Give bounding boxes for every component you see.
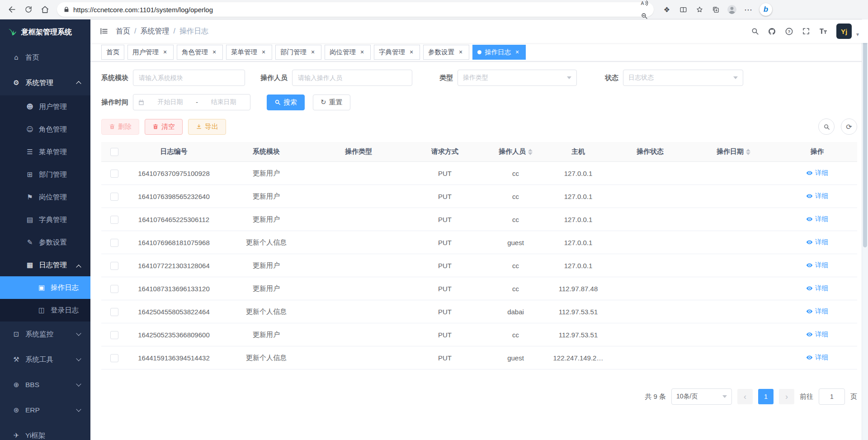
detail-link[interactable]: 详细 <box>806 353 828 362</box>
detail-link[interactable]: 详细 <box>806 192 828 200</box>
row-checkbox[interactable] <box>110 193 118 201</box>
header-search-button[interactable] <box>751 27 759 35</box>
sidebar-item-menu-mgmt[interactable]: ☰菜单管理 <box>0 141 90 163</box>
bing-button[interactable]: b <box>760 3 772 16</box>
row-checkbox[interactable] <box>110 285 118 293</box>
export-button[interactable]: 导出 <box>188 119 226 135</box>
detail-link[interactable]: 详细 <box>806 330 828 339</box>
show-search-toggle-button[interactable] <box>818 118 835 135</box>
favorites-button[interactable] <box>692 2 707 17</box>
close-tab-icon[interactable]: × <box>211 48 218 56</box>
tab-menu-mgmt[interactable]: 菜单管理× <box>226 45 272 60</box>
clear-button[interactable]: 清空 <box>145 119 183 135</box>
address-bar[interactable]: https://ccnetcore.com:1101/system/log/op… <box>57 2 654 17</box>
search-button[interactable]: 搜索 <box>267 95 305 110</box>
close-tab-icon[interactable]: × <box>260 48 267 56</box>
row-checkbox[interactable] <box>110 170 118 178</box>
goto-page-input[interactable] <box>819 388 845 405</box>
page-scrollbar[interactable] <box>862 19 868 440</box>
detail-link[interactable]: 详细 <box>806 169 828 177</box>
user-avatar[interactable]: Yj <box>836 24 852 39</box>
tab-post-mgmt[interactable]: 岗位管理× <box>325 45 371 60</box>
sidebar-item-login-log[interactable]: ◫登录日志 <box>0 299 90 322</box>
avatar-caret-down-icon[interactable]: ▾ <box>856 31 859 38</box>
page-size-select[interactable]: 10条/页 <box>671 388 732 405</box>
close-tab-icon[interactable]: × <box>309 48 316 56</box>
type-select[interactable]: 操作类型 <box>458 70 577 86</box>
sidebar-item-role-mgmt[interactable]: ☺角色管理 <box>0 118 90 141</box>
sidebar-item-erp[interactable]: ⊛ERP <box>0 397 90 423</box>
select-all-checkbox[interactable] <box>110 148 118 156</box>
browser-refresh-button[interactable] <box>21 2 36 17</box>
sidebar-item-system-mgmt[interactable]: ⚙系统管理 <box>0 70 90 95</box>
sidebar-item-post-mgmt[interactable]: ⚑岗位管理 <box>0 186 90 208</box>
github-button[interactable] <box>768 27 776 36</box>
sidebar-item-yi-framework[interactable]: ✈Yi框架 <box>0 423 90 440</box>
date-range-picker[interactable]: 开始日期 - 结束日期 <box>133 94 250 110</box>
close-tab-icon[interactable]: × <box>514 48 521 56</box>
detail-link[interactable]: 详细 <box>806 307 828 316</box>
operator-input[interactable] <box>292 70 412 86</box>
browser-essentials-button[interactable]: ❖ <box>659 2 675 17</box>
sidebar-item-oper-log[interactable]: ▣操作日志 <box>0 276 90 299</box>
status-select[interactable]: 日志状态 <box>623 70 743 86</box>
browser-back-button[interactable] <box>5 2 20 17</box>
column-header-date[interactable]: 操作日期 <box>690 142 777 162</box>
row-checkbox[interactable] <box>110 262 118 270</box>
row-checkbox[interactable] <box>110 331 118 339</box>
tab-home[interactable]: 首页 <box>101 45 124 60</box>
tab-oper-log[interactable]: 操作日志× <box>472 45 526 60</box>
page-number-button[interactable]: 1 <box>758 389 774 404</box>
breadcrumb-home[interactable]: 首页 <box>116 27 130 36</box>
sidebar-item-dict-mgmt[interactable]: ▤字典管理 <box>0 208 90 231</box>
browser-chrome: https://ccnetcore.com:1101/system/log/op… <box>0 0 868 19</box>
refresh-table-button[interactable]: ⟳ <box>841 118 857 135</box>
font-size-button[interactable] <box>819 27 828 36</box>
collections-button[interactable] <box>708 2 723 17</box>
next-page-button[interactable]: › <box>779 389 794 404</box>
detail-link[interactable]: 详细 <box>806 238 828 246</box>
close-tab-icon[interactable]: × <box>359 48 366 56</box>
back-arrow-icon <box>8 5 17 14</box>
sidebar-item-bbs[interactable]: ⊕BBS <box>0 372 90 397</box>
module-input[interactable] <box>133 70 245 86</box>
detail-link[interactable]: 详细 <box>806 215 828 223</box>
collapse-sidebar-button[interactable] <box>99 27 108 36</box>
tab-dict-mgmt[interactable]: 字典管理× <box>374 45 420 60</box>
browser-profile-button[interactable] <box>724 2 740 17</box>
sidebar-item-user-mgmt[interactable]: ☻用户管理 <box>0 95 90 118</box>
tab-user-mgmt[interactable]: 用户管理× <box>127 45 174 60</box>
detail-link[interactable]: 详细 <box>806 284 828 293</box>
sidebar-item-home[interactable]: ⌂首页 <box>0 45 90 70</box>
detail-link[interactable]: 详细 <box>806 261 828 270</box>
tab-role-mgmt[interactable]: 角色管理× <box>177 45 223 60</box>
close-tab-icon[interactable]: × <box>457 48 464 56</box>
sort-icon[interactable] <box>746 149 750 155</box>
breadcrumb-system[interactable]: 系统管理 <box>140 27 169 36</box>
tab-dept-mgmt[interactable]: 部门管理× <box>275 45 321 60</box>
read-aloud-button[interactable]: A <box>637 0 651 9</box>
browser-menu-button[interactable]: ⋯ <box>741 2 756 17</box>
sidebar-item-param-settings[interactable]: ✎参数设置 <box>0 231 90 254</box>
row-checkbox[interactable] <box>110 308 118 316</box>
reset-button[interactable]: ↻ 重置 <box>313 95 350 110</box>
prev-page-button[interactable]: ‹ <box>737 389 753 404</box>
row-checkbox[interactable] <box>110 354 118 362</box>
browser-home-button[interactable] <box>37 2 52 17</box>
row-checkbox[interactable] <box>110 216 118 224</box>
close-tab-icon[interactable]: × <box>161 48 169 56</box>
scrollbar-thumb[interactable] <box>863 20 867 247</box>
sidebar-item-dept-mgmt[interactable]: ⊞部门管理 <box>0 163 90 186</box>
row-checkbox[interactable] <box>110 239 118 247</box>
tab-param-settings[interactable]: 参数设置× <box>423 45 469 60</box>
column-header-operator[interactable]: 操作人员 <box>485 142 546 162</box>
fullscreen-button[interactable] <box>802 27 810 35</box>
sidebar-item-system-tools[interactable]: ⚒系统工具 <box>0 347 90 372</box>
close-tab-icon[interactable]: × <box>408 48 415 56</box>
sidebar-item-system-monitor[interactable]: ⊡系统监控 <box>0 322 90 347</box>
delete-button[interactable]: 删除 <box>101 119 139 135</box>
docs-help-button[interactable]: ? <box>785 27 793 36</box>
sort-icon[interactable] <box>528 149 533 155</box>
sidebar-item-log-mgmt[interactable]: ▦日志管理 <box>0 254 90 276</box>
split-screen-button[interactable] <box>675 2 691 17</box>
